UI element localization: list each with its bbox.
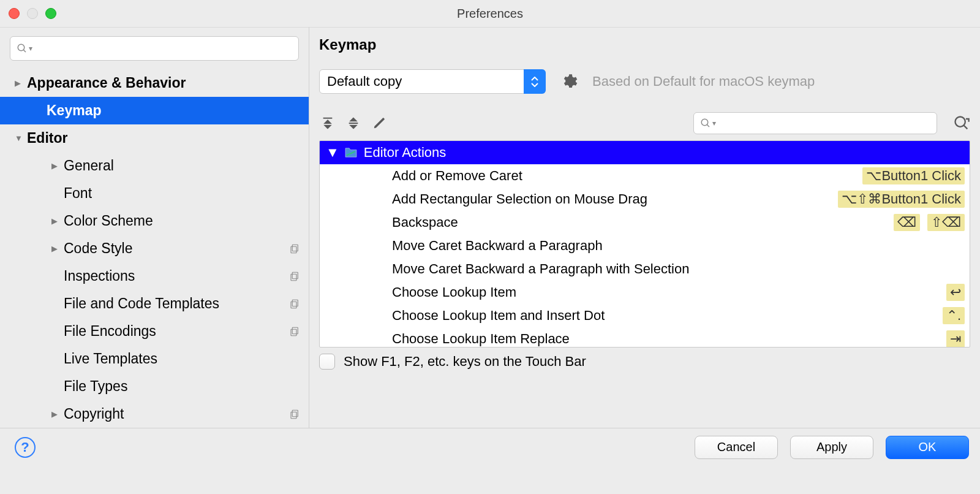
action-shortcuts: ⌥⇧⌘Button1 Click	[838, 191, 965, 208]
shortcut-badge: ⌫	[894, 214, 920, 231]
action-name: Move Caret Backward a Paragraph	[392, 238, 965, 254]
action-row[interactable]: Move Caret Backward a Paragraph with Sel…	[320, 257, 970, 281]
zoom-window-button[interactable]	[45, 8, 56, 19]
sidebar-item-label: Appearance & Behavior	[27, 75, 300, 91]
chevron-down-icon: ▼	[15, 134, 24, 143]
sidebar-item-font[interactable]: Font	[0, 180, 309, 207]
sidebar-item-file-encodings[interactable]: File Encodings	[0, 317, 309, 345]
sidebar-item-editor[interactable]: ▼Editor	[0, 124, 309, 152]
touchbar-checkbox-row: Show F1, F2, etc. keys on the Touch Bar	[319, 354, 970, 370]
minimize-window-button[interactable]	[27, 8, 38, 19]
sidebar: ▾ ▶Appearance & BehaviorKeymap▼Editor▶Ge…	[0, 27, 309, 428]
actions-tree-header[interactable]: ▼ Editor Actions	[320, 141, 970, 164]
sidebar-item-keymap[interactable]: Keymap	[0, 97, 309, 124]
svg-point-12	[701, 119, 708, 126]
sidebar-item-label: Color Scheme	[64, 213, 300, 229]
touchbar-checkbox[interactable]	[319, 354, 335, 370]
shortcut-badge: ↩	[946, 284, 965, 301]
content-area: ▾ ▶Appearance & BehaviorKeymap▼Editor▶Ge…	[0, 27, 980, 428]
scheme-copy-icon	[289, 243, 300, 254]
main-panel: Keymap Default copy Based on Default for…	[309, 27, 980, 428]
apply-button[interactable]: Apply	[790, 436, 873, 459]
action-row[interactable]: Add or Remove Caret⌥Button1 Click	[320, 164, 970, 188]
bottom-bar: ? Cancel Apply OK	[0, 428, 980, 466]
panel-title: Keymap	[309, 28, 980, 59]
svg-rect-10	[292, 410, 298, 417]
svg-point-14	[956, 117, 965, 127]
action-row[interactable]: Add Rectangular Selection on Mouse Drag⌥…	[320, 188, 970, 211]
action-name: Move Caret Backward a Paragraph with Sel…	[392, 261, 965, 277]
svg-line-1	[23, 50, 26, 52]
svg-rect-2	[292, 245, 298, 251]
sidebar-item-label: Editor	[27, 130, 300, 146]
action-name: Choose Lookup Item Replace	[392, 331, 946, 347]
sidebar-search-input[interactable]: ▾	[10, 36, 299, 61]
sidebar-item-label: File Types	[64, 378, 300, 395]
actions-toolbar: ▾	[309, 107, 980, 140]
actions-tree[interactable]: ▼ Editor Actions Add or Remove Caret⌥But…	[319, 140, 970, 348]
actions-tree-header-label: Editor Actions	[364, 145, 447, 161]
expand-all-icon[interactable]	[319, 115, 336, 132]
search-icon	[700, 118, 711, 129]
sidebar-tree: ▶Appearance & BehaviorKeymap▼Editor▶Gene…	[0, 69, 309, 428]
svg-rect-6	[292, 300, 298, 306]
cancel-button[interactable]: Cancel	[695, 436, 778, 459]
chevron-down-icon: ▼	[326, 145, 339, 161]
sidebar-item-code-style[interactable]: ▶Code Style	[0, 235, 309, 262]
sidebar-item-color-scheme[interactable]: ▶Color Scheme	[0, 207, 309, 235]
scheme-copy-icon	[289, 271, 300, 282]
sidebar-item-label: Live Templates	[64, 351, 300, 367]
sidebar-item-label: Code Style	[64, 240, 289, 257]
select-arrows-icon	[524, 69, 546, 94]
sidebar-item-label: Font	[64, 185, 300, 202]
touchbar-checkbox-label: Show F1, F2, etc. keys on the Touch Bar	[344, 354, 586, 370]
action-name: Add Rectangular Selection on Mouse Drag	[392, 191, 838, 207]
search-icon	[17, 43, 28, 54]
edit-pencil-icon[interactable]	[371, 115, 388, 132]
chevron-right-icon: ▶	[51, 161, 61, 171]
action-row[interactable]: Backspace⌫⇧⌫	[320, 211, 970, 234]
sidebar-item-label: Copyright	[64, 406, 289, 422]
folder-icon	[344, 147, 358, 158]
sidebar-item-live-templates[interactable]: Live Templates	[0, 345, 309, 373]
gear-icon[interactable]	[560, 73, 578, 90]
actions-search-input[interactable]: ▾	[693, 112, 937, 134]
shortcut-badge: ⇥	[946, 330, 965, 348]
chevron-right-icon: ▶	[15, 78, 24, 88]
shortcut-badge: ⌥Button1 Click	[862, 167, 965, 184]
keymap-selector-row: Default copy Based on Default for macOS …	[309, 59, 980, 107]
action-name: Choose Lookup Item and Insert Dot	[392, 308, 943, 324]
scheme-copy-icon	[289, 409, 300, 420]
sidebar-search-wrap: ▾	[10, 36, 299, 61]
sidebar-item-general[interactable]: ▶General	[0, 152, 309, 180]
keymap-select-value: Default copy	[327, 74, 402, 89]
action-row[interactable]: Choose Lookup Item and Insert Dot⌃.	[320, 304, 970, 327]
action-row[interactable]: Choose Lookup Item Replace⇥	[320, 327, 970, 348]
collapse-all-icon[interactable]	[345, 115, 362, 132]
keymap-select[interactable]: Default copy	[319, 69, 546, 94]
find-by-shortcut-icon[interactable]	[953, 115, 970, 132]
sidebar-item-label: General	[64, 158, 300, 174]
svg-rect-4	[292, 272, 298, 279]
scheme-copy-icon	[289, 326, 300, 337]
sidebar-item-inspections[interactable]: Inspections	[0, 262, 309, 290]
action-shortcuts: ⇥	[946, 330, 965, 348]
chevron-right-icon: ▶	[51, 216, 61, 226]
action-row[interactable]: Move Caret Backward a Paragraph	[320, 234, 970, 257]
action-name: Add or Remove Caret	[392, 168, 862, 184]
titlebar: Preferences	[0, 0, 980, 27]
ok-button[interactable]: OK	[886, 436, 969, 459]
chevron-right-icon: ▶	[51, 244, 61, 254]
sidebar-item-copyright[interactable]: ▶Copyright	[0, 400, 309, 428]
sidebar-item-label: File and Code Templates	[64, 295, 289, 312]
action-shortcuts: ↩	[946, 284, 965, 301]
shortcut-badge: ⌥⇧⌘Button1 Click	[838, 191, 965, 208]
sidebar-item-file-types[interactable]: File Types	[0, 373, 309, 400]
svg-rect-9	[291, 329, 296, 336]
close-window-button[interactable]	[9, 8, 20, 19]
sidebar-item-appearance-behavior[interactable]: ▶Appearance & Behavior	[0, 69, 309, 97]
help-button[interactable]: ?	[15, 437, 36, 458]
window-title: Preferences	[0, 7, 980, 21]
sidebar-item-file-and-code-templates[interactable]: File and Code Templates	[0, 290, 309, 317]
action-row[interactable]: Choose Lookup Item↩	[320, 281, 970, 304]
